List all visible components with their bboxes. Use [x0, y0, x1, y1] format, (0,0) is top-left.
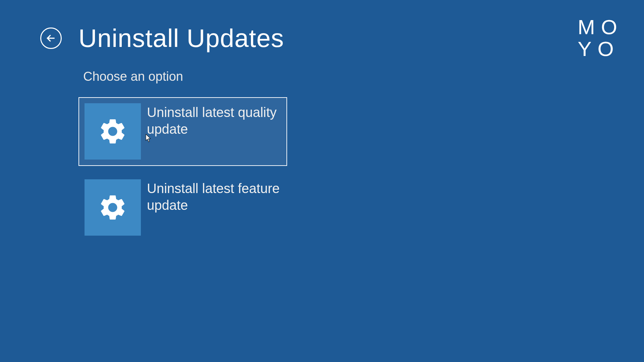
option-label: Uninstall latest feature update: [141, 179, 281, 214]
gear-icon: [98, 116, 128, 146]
watermark-line1: MO: [578, 16, 623, 38]
option-uninstall-quality-update[interactable]: Uninstall latest quality update: [78, 97, 287, 166]
options-container: Uninstall latest quality update Uninstal…: [0, 97, 644, 242]
option-icon-box: [85, 179, 141, 236]
option-icon-box: [85, 103, 141, 160]
option-label: Uninstall latest quality update: [141, 103, 281, 137]
watermark-line2: YO: [578, 38, 623, 60]
back-button[interactable]: [40, 27, 62, 49]
gear-icon: [98, 192, 128, 223]
watermark-logo: MO YO: [578, 16, 623, 60]
page-title: Uninstall Updates: [78, 23, 284, 53]
back-arrow-icon: [46, 33, 56, 44]
option-uninstall-feature-update[interactable]: Uninstall latest feature update: [78, 173, 287, 242]
subtitle: Choose an option: [0, 69, 644, 84]
